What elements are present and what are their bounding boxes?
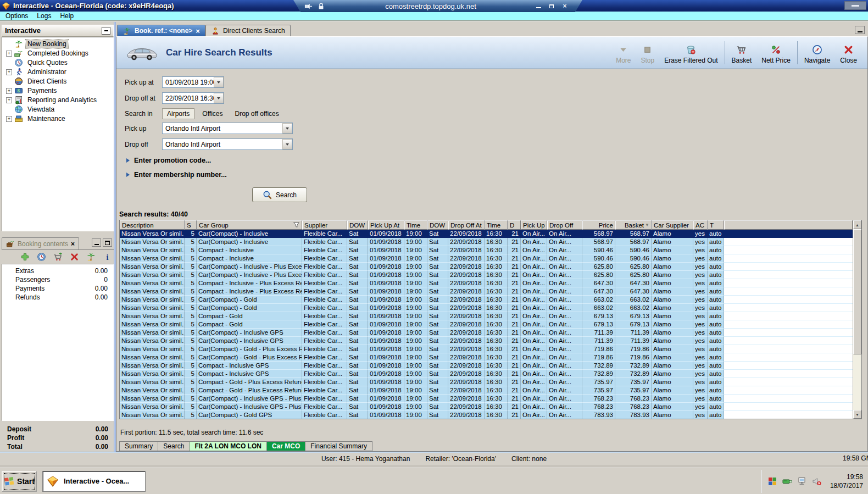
info-icon[interactable]: i xyxy=(103,252,112,262)
table-row[interactable]: Nissan Versa Or simil...5Car(Compact) - … xyxy=(120,337,853,345)
table-row[interactable]: Nissan Versa Or simil...5Compact - Gold … xyxy=(120,378,853,386)
table-row[interactable]: Nissan Versa Or simil...5Car(Compact) - … xyxy=(120,238,853,246)
scrollbar-thumb[interactable] xyxy=(853,229,861,354)
column-header-s[interactable]: S xyxy=(185,220,197,230)
booking-contents-tab[interactable]: Booking contents × xyxy=(2,237,79,249)
dropoff-dropdown-icon[interactable] xyxy=(282,139,292,149)
dropoff-at-input[interactable]: 22/09/2018 16:30 xyxy=(162,92,224,104)
dropoff-at-dropdown-icon[interactable] xyxy=(214,93,224,103)
pane-minimize-button[interactable] xyxy=(855,26,865,34)
expand-plus-icon[interactable]: + xyxy=(6,97,12,103)
table-row[interactable]: Nissan Versa Or simil...5Compact - Inclu… xyxy=(120,287,853,296)
table-row[interactable]: Nissan Versa Or simil...5Car(Compact) - … xyxy=(120,353,853,362)
column-header-drop-off[interactable]: Drop Off xyxy=(547,220,582,230)
sidebar-item-administrator[interactable]: +Administrator xyxy=(2,68,113,77)
column-header-drop-off-at[interactable]: Drop Off At xyxy=(448,220,485,230)
table-row[interactable]: Nissan Versa Or simil...5Car(Compact) - … xyxy=(120,345,853,353)
table-row[interactable]: Nissan Versa Or simil...5Compact - GoldF… xyxy=(120,320,853,329)
table-row[interactable]: Nissan Versa Or simil...5Compact - Inclu… xyxy=(120,370,853,378)
rdp-close-button[interactable]: × xyxy=(558,2,571,10)
column-header-car-group[interactable]: Car Group xyxy=(197,220,302,230)
search-in-tab-airports[interactable]: Airports xyxy=(162,108,194,119)
erase-filtered-out-button[interactable]: Erase Filtered Out xyxy=(659,40,722,65)
menu-item-options[interactable]: Options xyxy=(2,12,34,20)
column-header-description[interactable]: Description xyxy=(120,220,185,230)
palm-tree-icon[interactable] xyxy=(86,252,96,262)
bottom-tab-summary[interactable]: Summary xyxy=(119,441,158,451)
pickup-at-input[interactable]: 01/09/2018 19:00 xyxy=(162,76,224,88)
table-row[interactable]: Nissan Versa Or simil...5Compact - Inclu… xyxy=(120,254,853,263)
plus-icon[interactable] xyxy=(20,252,30,262)
column-header-ac[interactable]: AC xyxy=(693,220,708,230)
basket-button[interactable]: Basket xyxy=(727,40,757,65)
column-header-time[interactable]: Time xyxy=(485,220,508,230)
muted-speaker-icon[interactable] xyxy=(812,476,822,486)
clock-globe-icon[interactable] xyxy=(37,252,46,262)
nett-price-button[interactable]: Nett Price xyxy=(756,40,795,65)
dropoff-location-select[interactable]: Orlando Intl Airport xyxy=(162,138,293,150)
column-header-basket[interactable]: Basket▼ xyxy=(615,220,652,230)
table-scrollbar[interactable]: ▲ ▼ xyxy=(853,220,861,419)
table-row[interactable]: Nissan Versa Or simil...5Compact - GoldF… xyxy=(120,312,853,320)
table-row[interactable]: Nissan Versa Or simil...5Compact - Inclu… xyxy=(120,362,853,370)
search-in-tab-drop-off-offices[interactable]: Drop off offices xyxy=(230,109,283,119)
taskbar-clock[interactable]: 19:58 18/07/2017 xyxy=(827,473,863,490)
menu-item-help[interactable]: Help xyxy=(57,12,79,20)
sidebar-item-payments[interactable]: +$Payments xyxy=(2,86,113,96)
menu-item-logs[interactable]: Logs xyxy=(34,12,57,20)
tab-book-ref-none[interactable]: Book. ref.: <none>× xyxy=(117,25,205,36)
search-in-tab-offices[interactable]: Offices xyxy=(198,109,227,119)
basket-transfer-icon[interactable] xyxy=(53,252,63,262)
table-row[interactable]: Nissan Versa Or simil...5Car(Compact) - … xyxy=(120,395,853,403)
bottom-tab-financial-summary[interactable]: Financial Summary xyxy=(305,441,372,451)
table-row[interactable]: Nissan Versa Or simil...5Compact - Gold … xyxy=(120,386,853,395)
pickup-at-dropdown-icon[interactable] xyxy=(214,77,224,87)
table-row[interactable]: Nissan Versa Or simil...5Car(Compact) - … xyxy=(120,296,853,304)
table-row[interactable]: Nissan Versa Or simil...5Compact - Inclu… xyxy=(120,279,853,287)
column-header-pick-up-at[interactable]: Pick Up At xyxy=(368,220,404,230)
column-header-time[interactable]: Time xyxy=(404,220,427,230)
rdp-restore-button[interactable] xyxy=(545,2,558,10)
table-row[interactable]: Nissan Versa Or simil...5Car(Compact) - … xyxy=(120,329,853,337)
expand-plus-icon[interactable]: + xyxy=(6,69,12,75)
table-row[interactable]: Nissan Versa Or simil...5Car(Compact) - … xyxy=(120,263,853,271)
sidebar-item-new-booking[interactable]: New Booking xyxy=(2,40,113,49)
search-button[interactable]: Search xyxy=(252,187,307,202)
pickup-location-select[interactable]: Orlando Intl Airport xyxy=(162,123,293,134)
bottom-tab-flt-2a-lon-mco-lon[interactable]: Flt 2A LON MCO LON xyxy=(189,441,266,451)
taskbar-task-button[interactable]: Interactive - Ocea... xyxy=(42,471,146,492)
sidebar-item-viewdata[interactable]: Viewdata xyxy=(2,105,113,114)
pin-icon[interactable] xyxy=(304,2,313,10)
start-button[interactable]: Start xyxy=(2,471,37,492)
scroll-down-icon[interactable]: ▼ xyxy=(853,410,861,419)
column-header-supplier[interactable]: Supplier xyxy=(302,220,347,230)
sidebar-collapse-button[interactable] xyxy=(102,27,110,35)
pickup-dropdown-icon[interactable] xyxy=(282,123,292,134)
expand-plus-icon[interactable]: + xyxy=(6,51,12,57)
promotion-code-expander[interactable]: Enter promotion code... xyxy=(126,157,867,164)
expand-plus-icon[interactable]: + xyxy=(6,116,12,122)
sidebar-item-quick-quotes[interactable]: Quick Quotes xyxy=(2,58,113,68)
scroll-up-icon[interactable]: ▲ xyxy=(853,220,861,229)
bottom-tab-car-mco[interactable]: Car MCO xyxy=(266,441,305,451)
table-row[interactable]: Nissan Versa Or simil...5Car(Compact) - … xyxy=(120,304,853,312)
panel-minimize-button[interactable] xyxy=(92,238,101,247)
rdp-minimize-button[interactable] xyxy=(532,2,545,10)
column-header-t[interactable]: T xyxy=(708,220,724,230)
tab-close-icon[interactable]: × xyxy=(196,28,200,34)
column-header-dow[interactable]: DOW xyxy=(427,220,448,230)
column-header-price[interactable]: Price xyxy=(582,220,615,230)
membership-number-expander[interactable]: Enter membership number... xyxy=(126,171,867,179)
filter-funnel-icon[interactable] xyxy=(293,221,300,229)
sidebar-item-completed-bookings[interactable]: +Completed Bookings xyxy=(2,49,113,58)
table-row[interactable]: Nissan Versa Or simil...5Car(Compact) - … xyxy=(120,411,853,419)
sidebar-item-direct-clients[interactable]: Direct Clients xyxy=(2,77,113,86)
column-header-pick-up[interactable]: Pick Up xyxy=(521,220,547,230)
table-row[interactable]: Nissan Versa Or simil...5Car(Compact) - … xyxy=(120,403,853,411)
antivirus-tray-icon[interactable] xyxy=(767,476,777,486)
column-header-dow[interactable]: DOW xyxy=(347,220,368,230)
navigate-button[interactable]: Navigate xyxy=(799,40,835,65)
expand-plus-icon[interactable]: + xyxy=(6,88,12,94)
tab-direct-clients-search[interactable]: Direct Clients Search xyxy=(205,25,291,36)
bottom-tab-search[interactable]: Search xyxy=(158,441,189,451)
